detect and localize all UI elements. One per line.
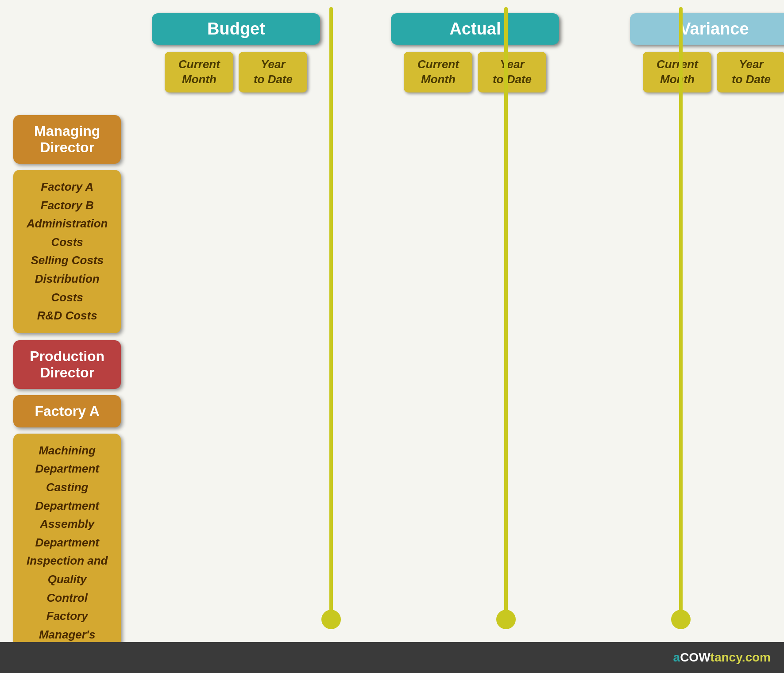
- factory-a-items: Machining Department Casting Department …: [13, 434, 121, 670]
- budget-group: Budget CurrentMonth Yearto Date: [152, 13, 320, 92]
- variance-current-month: CurrentMonth: [643, 52, 711, 92]
- actual-label: Actual: [391, 13, 559, 45]
- managing-director-items: Factory A Factory B Administration Costs…: [13, 170, 121, 333]
- budget-current-month: CurrentMonth: [165, 52, 233, 92]
- list-item: Administration Costs: [27, 215, 108, 251]
- list-item: R&D Costs: [27, 307, 108, 325]
- list-item: Machining Department: [27, 442, 108, 478]
- svg-point-5: [671, 610, 691, 629]
- right-panel: Budget CurrentMonth Yearto Date Actual C…: [134, 0, 784, 673]
- brand-tancy: tancy.com: [711, 650, 771, 664]
- svg-point-1: [321, 610, 341, 629]
- list-item: Inspection and Quality Control: [27, 552, 108, 607]
- actual-group: Actual CurrentMonth Yearto Date: [391, 13, 559, 92]
- variance-label: Variance: [630, 13, 784, 45]
- bottom-bar: aCOWtancy.com: [0, 642, 784, 673]
- header-groups: Budget CurrentMonth Yearto Date Actual C…: [134, 0, 784, 92]
- list-item: Distribution Costs: [27, 270, 108, 307]
- left-panel: Managing Director Factory A Factory B Ad…: [0, 0, 134, 673]
- actual-current-month: CurrentMonth: [404, 52, 472, 92]
- list-item: Selling Costs: [27, 251, 108, 270]
- brand: aCOWtancy.com: [673, 650, 771, 665]
- actual-sub-columns: CurrentMonth Yearto Date: [404, 52, 546, 92]
- brand-cow: COW: [680, 650, 710, 664]
- factory-a-header: Factory A: [13, 395, 121, 427]
- list-item: Factory B: [27, 196, 108, 215]
- main-container: Managing Director Factory A Factory B Ad…: [0, 0, 784, 673]
- budget-year-to-date: Yearto Date: [239, 52, 307, 92]
- list-item: Factory A: [27, 178, 108, 196]
- managing-director-header: Managing Director: [13, 115, 121, 164]
- brand-a: a: [673, 650, 680, 664]
- production-director-header: Production Director: [13, 340, 121, 389]
- variance-year-to-date: Yearto Date: [717, 52, 784, 92]
- budget-sub-columns: CurrentMonth Yearto Date: [165, 52, 307, 92]
- vertical-lines-svg: [134, 0, 784, 642]
- variance-sub-columns: CurrentMonth Yearto Date: [643, 52, 784, 92]
- budget-label: Budget: [152, 13, 320, 45]
- variance-group: Variance CurrentMonth Yearto Date: [630, 13, 784, 92]
- list-item: Assembly Department: [27, 515, 108, 552]
- actual-year-to-date: Yearto Date: [478, 52, 546, 92]
- svg-point-3: [496, 610, 516, 629]
- list-item: Casting Department: [27, 478, 108, 515]
